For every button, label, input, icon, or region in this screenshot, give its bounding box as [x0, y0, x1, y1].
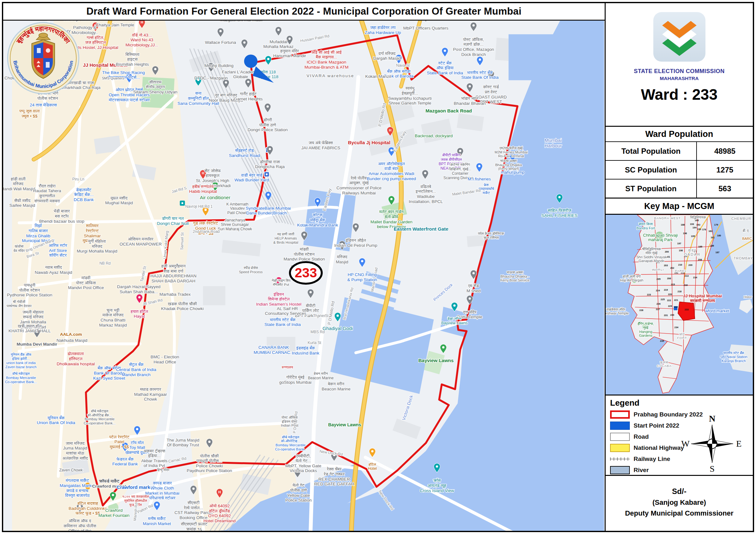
signature-block: Sd/- (Sanjog Kabare) Deputy Municipal Co…	[606, 475, 753, 531]
map-label: Crawford market	[117, 484, 154, 490]
keymap-ward-number: 203	[664, 264, 668, 267]
keymap-ward-number: 221	[674, 299, 678, 301]
map-label: Mumba Devi Mandir	[16, 342, 57, 346]
map-label: Wallace Fortuna	[205, 40, 236, 45]
keymap-ward-number: 205	[657, 278, 661, 281]
svg-text:H: H	[141, 21, 143, 24]
keymap-ward-number: 235	[660, 340, 664, 343]
svg-text:H: H	[218, 490, 221, 494]
map-label: Kokan Manzil	[365, 74, 391, 79]
station-marker-icon	[264, 172, 269, 177]
legend-label: River	[634, 467, 649, 474]
population-header: Ward Population	[606, 127, 753, 142]
map-label: BMC - ElectionHead Office	[150, 354, 179, 364]
keymap-ward-number: 229	[668, 305, 672, 308]
keymap-ward-number: 206	[667, 277, 671, 280]
map-label: CANARA BANKMUMBAI CARNAC...	[254, 345, 294, 355]
legend-label: Road	[634, 433, 649, 440]
map-label: Mazgaonchi mai mauli	[220, 21, 263, 22]
legend-swatch-river-icon	[610, 466, 630, 474]
legend-label: Start Point 2022	[634, 422, 679, 429]
map-label: Samuel St	[180, 232, 185, 250]
compass-rose: N S E W	[680, 415, 744, 473]
map-label: बांदरा किलाBandra Fort	[636, 222, 655, 230]
map-label: मस्जिदMasjid	[336, 254, 348, 264]
keymap-ward-number: 202	[670, 267, 674, 269]
svg-text:H: H	[202, 171, 204, 175]
map-label: Ghadiyal Godi	[323, 326, 353, 331]
map-label: भारतीय स्टेट बँकState Bank of India	[264, 317, 301, 327]
keymap-ward-number: 181	[711, 236, 715, 239]
keymap-ward-number: 232	[674, 306, 678, 308]
keymap-ward-number: 201	[666, 255, 670, 258]
keymap-ward-number: 216	[684, 284, 688, 287]
legend-swatch-road-icon	[610, 433, 630, 441]
keymap-ward-number: 218	[678, 290, 682, 293]
signature-name: (Sanjog Kabare)	[652, 498, 706, 507]
map-label: Nava St	[396, 63, 410, 68]
map-label: हिन्दू मंदिर	[157, 468, 170, 472]
population-row-label: ST Population	[606, 180, 697, 198]
keymap-ward-number: 228	[639, 309, 643, 312]
main-map[interactable]: HHHHH Chaitya Jain TempleOld Boys Hostel…	[3, 21, 605, 531]
keymap-ward-number: 188	[681, 223, 685, 226]
keymap-ward-number: 194	[692, 226, 696, 229]
keymap-ward-number: 233	[685, 308, 688, 311]
keymap-ward-number: 219	[664, 289, 668, 291]
population-row: SC Population1275	[606, 161, 753, 180]
map-view[interactable]: HHHHH Chaitya Jain TempleOld Boys Hostel…	[3, 21, 605, 531]
compass-e: E	[736, 439, 742, 448]
map-label: Chaitya Jain Temple	[96, 23, 134, 27]
map-label: डेव्हलपमेंटक्रेडिट बँक...DCB Bank	[73, 188, 94, 202]
map-label: Navroji Hill Rd 1	[185, 204, 213, 209]
map-label: BARC	[742, 237, 752, 241]
ward-title: Ward : 233	[641, 86, 717, 103]
page: Draft Ward Formation For General Electio…	[2, 2, 754, 532]
map-label: Air conditioner	[200, 195, 230, 200]
keymap-ward-number: 192	[696, 223, 700, 226]
map-label: TROMBAY	[734, 256, 753, 260]
map-label: हॉटेलHotel	[368, 462, 377, 471]
map-label: Byculla Jj Hospital	[348, 140, 391, 145]
keymap-ward-number: 193	[690, 223, 694, 226]
map-label: Kurla St	[308, 341, 321, 345]
keymap-ward-number: 230	[670, 314, 674, 317]
keymap-ward-number: 210	[678, 263, 682, 266]
map-label: VIVARA warehouse	[307, 73, 354, 78]
ward-number-badge: 233	[290, 262, 322, 284]
bmc-logo: बृहन्मुंबई महानगरपालिका Brihanmumbai Mun…	[6, 21, 80, 95]
keymap-wrap[interactable]: 1881831851861791801811821781841871921911…	[606, 215, 753, 395]
map-label: भारतीय स्टेट बँकSBI Naval StationKaranja…	[720, 351, 747, 363]
compass-star	[691, 425, 733, 463]
keymap-ward-number: 187	[715, 251, 719, 254]
population-row: ST Population563	[606, 180, 753, 198]
map-label: हबीब रुग्णालयHabib Hospital	[189, 184, 217, 194]
sidebar: STATE ELECTION COMMISSION MAHARASHTRA Wa…	[606, 3, 753, 531]
compass-w: W	[681, 439, 690, 448]
poi-square-marker-icon	[180, 201, 185, 206]
map-label: पप्पू जूस वालाज्यूस • $$	[19, 109, 40, 118]
keymap-ward-number: 180	[717, 234, 721, 237]
legend-label: National Highway	[634, 445, 684, 451]
map-label: HP CNG Filling& Pump Station	[347, 272, 377, 282]
sec-block: STATE ELECTION COMMISSION MAHARASHTRA Wa…	[606, 3, 753, 126]
map-label: Nakhuda Masjid	[57, 338, 88, 343]
keymap-header: Key Map - MCGM	[606, 198, 753, 215]
signature-designation: Deputy Municipal Commissioner	[625, 509, 733, 518]
keymap-ward-number: 186	[710, 244, 714, 247]
map-label: रुग्णालय	[281, 365, 293, 369]
map-label: WORLI	[652, 268, 664, 271]
legend-swatch-boundary-icon	[610, 410, 630, 419]
map-label: Thane St	[313, 314, 329, 318]
map-label: बी. ए.	[742, 229, 750, 233]
svg-text:H: H	[389, 128, 392, 132]
population-row-value: 1275	[697, 161, 753, 179]
map-label: Mazgaon Back Road	[426, 108, 472, 114]
map-label: M.I.fisheries	[468, 177, 491, 181]
legend: Legend Prabhag Boundary 2022Start Point …	[606, 395, 753, 475]
map-label: Backroad, dockyard	[415, 134, 453, 138]
legend-swatch-highway-icon	[610, 444, 630, 452]
key-map[interactable]: 1881831851861791801811821781841871921911…	[606, 215, 753, 394]
map-label: एम शेडM shed	[466, 283, 480, 293]
keymap-ward-number: 179	[714, 223, 718, 226]
